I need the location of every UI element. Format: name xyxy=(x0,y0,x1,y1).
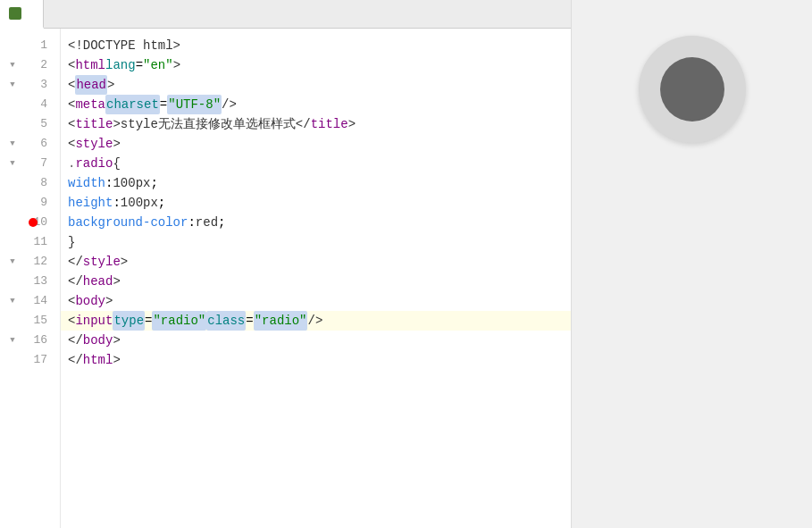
line-number-15: 15 xyxy=(25,311,53,331)
code-line-17[interactable]: </html> xyxy=(61,350,571,370)
fold-icon-1 xyxy=(0,36,25,55)
line-number-12: 12 xyxy=(25,252,53,272)
fold-icon-9 xyxy=(0,193,25,213)
fold-icon-8 xyxy=(0,173,25,193)
fold-icon-2[interactable]: ▼ xyxy=(0,55,25,75)
fold-icon-15 xyxy=(0,311,25,331)
line-number-6: 6 xyxy=(25,134,53,154)
code-line-1[interactable]: <!DOCTYPE html> xyxy=(61,36,571,55)
fold-icon-12[interactable]: ▼ xyxy=(0,252,25,272)
line-number-4: 4 xyxy=(25,95,53,114)
code-line-12[interactable]: </style> xyxy=(61,252,571,272)
code-line-10[interactable]: background-color: red; xyxy=(61,213,571,232)
tab-bar xyxy=(0,0,571,29)
fold-icon-13 xyxy=(0,272,25,291)
code-line-7[interactable]: .radio{ xyxy=(61,154,571,173)
editor-panel: ▼▼▼▼▼▼▼ 1234567891011121314151617 <!DOCT… xyxy=(0,0,572,528)
code-line-14[interactable]: <body> xyxy=(61,291,571,311)
line-number-8: 8 xyxy=(25,173,53,193)
code-line-8[interactable]: width: 100px; xyxy=(61,173,571,193)
code-line-15[interactable]: <input type="radio" class="radio"/> xyxy=(61,311,571,331)
code-line-2[interactable]: <html lang="en"> xyxy=(61,55,571,75)
line-numbers: 1234567891011121314151617 xyxy=(25,29,61,528)
editor-tab[interactable] xyxy=(0,0,44,29)
code-line-13[interactable]: </head> xyxy=(61,272,571,291)
fold-icon-7[interactable]: ▼ xyxy=(0,154,25,173)
line-number-16: 16 xyxy=(25,331,53,350)
fold-icon-16[interactable]: ▼ xyxy=(0,331,25,350)
code-line-11[interactable]: } xyxy=(61,232,571,252)
code-line-6[interactable]: <style> xyxy=(61,134,571,154)
code-content[interactable]: <!DOCTYPE html><html lang="en"> <head> <… xyxy=(61,29,571,528)
code-area: ▼▼▼▼▼▼▼ 1234567891011121314151617 <!DOCT… xyxy=(0,29,571,528)
line-number-9: 9 xyxy=(25,193,53,213)
fold-icon-3[interactable]: ▼ xyxy=(0,75,25,95)
line-number-11: 11 xyxy=(25,232,53,252)
code-line-5[interactable]: <title>style无法直接修改单选框样式</title> xyxy=(61,114,571,134)
line-number-2: 2 xyxy=(25,55,53,75)
line-number-17: 17 xyxy=(25,350,53,370)
fold-icon-6[interactable]: ▼ xyxy=(0,134,25,154)
line-number-1: 1 xyxy=(25,36,53,55)
preview-panel xyxy=(572,0,812,528)
code-line-9[interactable]: height: 100px; xyxy=(61,193,571,213)
fold-icon-5 xyxy=(0,114,25,134)
line-number-14: 14 xyxy=(25,291,53,311)
line-number-5: 5 xyxy=(25,114,53,134)
fold-gutter: ▼▼▼▼▼▼▼ xyxy=(0,29,25,528)
line-number-3: 3 xyxy=(25,75,53,95)
fold-icon-10 xyxy=(0,213,25,232)
code-line-16[interactable]: </body> xyxy=(61,331,571,350)
line-number-7: 7 xyxy=(25,154,53,173)
line-number-13: 13 xyxy=(25,272,53,291)
radio-preview-outer xyxy=(639,36,746,143)
line-number-10: 10 xyxy=(25,213,53,232)
fold-icon-4 xyxy=(0,95,25,114)
fold-icon-11 xyxy=(0,232,25,252)
tab-file-icon xyxy=(9,7,21,20)
radio-preview-inner xyxy=(660,57,724,122)
code-line-4[interactable]: <meta charset="UTF-8"/> xyxy=(61,95,571,114)
fold-icon-17 xyxy=(0,350,25,370)
fold-icon-14[interactable]: ▼ xyxy=(0,291,25,311)
code-line-3[interactable]: <head> xyxy=(61,75,571,95)
